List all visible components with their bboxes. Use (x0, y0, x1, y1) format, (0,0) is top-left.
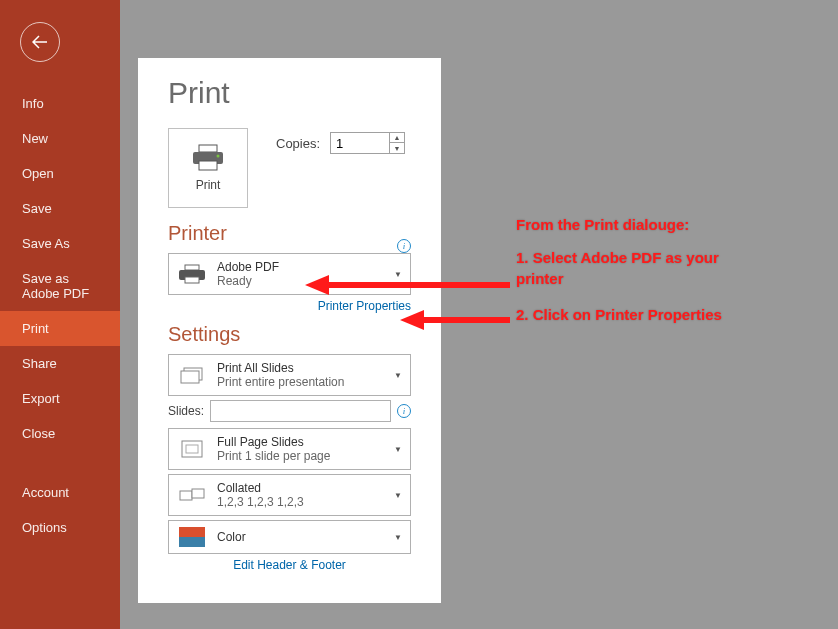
collate-primary: Collated (217, 481, 384, 495)
svg-rect-8 (181, 371, 199, 383)
printer-heading: Printer (168, 222, 227, 245)
back-arrow-icon (32, 35, 48, 49)
printer-name: Adobe PDF (217, 260, 384, 274)
svg-rect-0 (199, 145, 217, 152)
backstage-sidebar: Info New Open Save Save As Save as Adobe… (0, 0, 120, 629)
sidebar-item-options[interactable]: Options (0, 510, 120, 545)
print-button-label: Print (196, 178, 221, 192)
sidebar-item-new[interactable]: New (0, 121, 120, 156)
svg-rect-6 (185, 277, 199, 283)
page-title: Print (168, 76, 411, 110)
edit-header-footer-link[interactable]: Edit Header & Footer (168, 558, 411, 572)
sidebar-item-save[interactable]: Save (0, 191, 120, 226)
sidebar-item-save-as-adobe-pdf[interactable]: Save as Adobe PDF (0, 261, 120, 311)
svg-rect-11 (180, 491, 192, 500)
sidebar-item-info[interactable]: Info (0, 86, 120, 121)
chevron-down-icon: ▼ (394, 371, 402, 380)
svg-rect-2 (199, 161, 217, 170)
layout-selector[interactable]: Full Page Slides Print 1 slide per page … (168, 428, 411, 470)
content-area: Print Print Copies: ▲ ▼ (120, 0, 838, 629)
copies-control: Copies: ▲ ▼ (276, 132, 405, 154)
svg-marker-16 (400, 310, 424, 330)
print-range-selector[interactable]: Print All Slides Print entire presentati… (168, 354, 411, 396)
back-button[interactable] (20, 22, 60, 62)
page-icon (181, 440, 203, 458)
color-selector[interactable]: Color ▼ (168, 520, 411, 554)
print-range-secondary: Print entire presentation (217, 375, 384, 389)
info-icon[interactable]: i (397, 404, 411, 418)
copies-label: Copies: (276, 136, 320, 151)
slides-label: Slides: (168, 404, 204, 418)
slides-stack-icon (179, 365, 205, 385)
info-icon[interactable]: i (397, 239, 411, 253)
print-panel: Print Print Copies: ▲ ▼ (138, 58, 441, 603)
sidebar-item-share[interactable]: Share (0, 346, 120, 381)
chevron-down-icon: ▼ (394, 491, 402, 500)
svg-point-3 (217, 155, 220, 158)
annotation-step2: 2. Click on Printer Properties (516, 304, 746, 325)
svg-rect-4 (185, 265, 199, 270)
slides-input-row: Slides: i (168, 400, 411, 422)
svg-rect-10 (186, 445, 198, 453)
annotation-title: From the Print dialouge: (516, 214, 689, 235)
chevron-down-icon: ▼ (394, 445, 402, 454)
sidebar-item-open[interactable]: Open (0, 156, 120, 191)
printer-icon (191, 144, 225, 172)
annotation-step1: 1. Select Adobe PDF as your printer (516, 247, 746, 289)
chevron-up-icon[interactable]: ▲ (390, 133, 404, 143)
sidebar-item-account[interactable]: Account (0, 475, 120, 510)
collate-selector[interactable]: Collated 1,2,3 1,2,3 1,2,3 ▼ (168, 474, 411, 516)
chevron-down-icon[interactable]: ▼ (390, 143, 404, 153)
annotation-arrow-2 (400, 310, 515, 334)
settings-heading: Settings (168, 323, 411, 346)
layout-primary: Full Page Slides (217, 435, 384, 449)
print-range-primary: Print All Slides (217, 361, 384, 375)
svg-marker-14 (305, 275, 329, 295)
chevron-down-icon: ▼ (394, 533, 402, 542)
annotation-arrow-1 (305, 275, 515, 299)
slides-input[interactable] (210, 400, 391, 422)
copies-spinner[interactable]: ▲ ▼ (390, 132, 405, 154)
printer-device-icon (178, 264, 206, 284)
svg-rect-12 (192, 489, 204, 498)
collate-secondary: 1,2,3 1,2,3 1,2,3 (217, 495, 384, 509)
print-button[interactable]: Print (168, 128, 248, 208)
copies-input[interactable] (330, 132, 390, 154)
color-primary: Color (217, 530, 384, 544)
sidebar-item-save-as[interactable]: Save As (0, 226, 120, 261)
color-swatch-icon (179, 527, 205, 547)
collate-icon (178, 486, 206, 504)
layout-secondary: Print 1 slide per page (217, 449, 384, 463)
printer-properties-link[interactable]: Printer Properties (168, 299, 411, 313)
sidebar-item-close[interactable]: Close (0, 416, 120, 451)
sidebar-item-print[interactable]: Print (0, 311, 120, 346)
sidebar-item-export[interactable]: Export (0, 381, 120, 416)
